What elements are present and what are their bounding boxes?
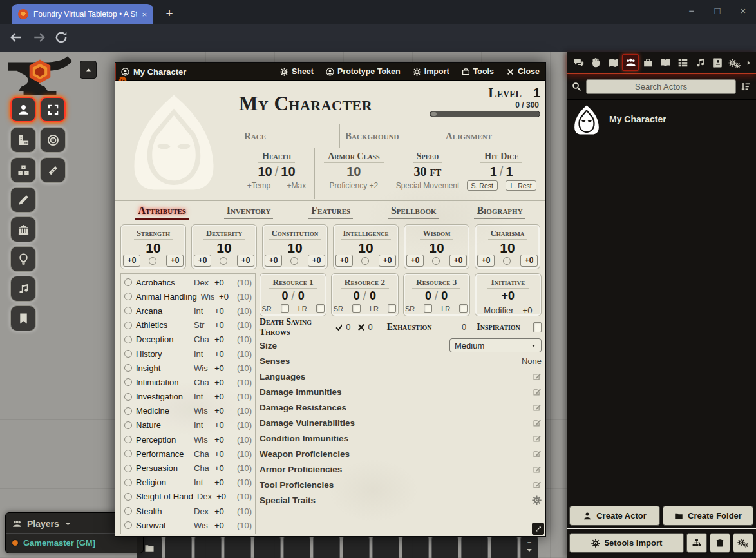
- skill-proficiency-radio[interactable]: [124, 407, 132, 415]
- macro-slot[interactable]: [254, 535, 281, 558]
- edit-icon[interactable]: [533, 403, 542, 412]
- save-proficiency-radio[interactable]: [361, 257, 369, 265]
- tab-scenes[interactable]: [605, 54, 621, 71]
- sr-checkbox[interactable]: [424, 304, 432, 313]
- edit-icon[interactable]: [533, 418, 542, 427]
- lr-checkbox[interactable]: [388, 304, 396, 313]
- tab-journal[interactable]: [657, 54, 674, 71]
- save-proficiency-radio[interactable]: [503, 257, 511, 265]
- skill-proficiency-radio[interactable]: [124, 507, 132, 515]
- hp-tempmax-label[interactable]: +Max: [287, 181, 307, 190]
- reload-icon[interactable]: [54, 30, 70, 46]
- skill-row[interactable]: PerceptionWis+0(10): [124, 432, 252, 447]
- character-name-input[interactable]: My Character: [239, 83, 424, 115]
- skill-row[interactable]: HistoryInt+0(10): [124, 347, 252, 361]
- macro-slot[interactable]: [224, 535, 251, 558]
- initiative-modifier[interactable]: +0: [523, 305, 533, 315]
- long-rest-button[interactable]: L. Rest: [506, 180, 536, 191]
- ability-score[interactable]: 10: [123, 240, 184, 256]
- hotbar-page-button[interactable]: –: [520, 535, 538, 558]
- import-button[interactable]: Import: [413, 67, 449, 76]
- resource-max[interactable]: 0: [441, 289, 448, 302]
- ability-mod[interactable]: +0: [123, 255, 140, 267]
- skill-proficiency-radio[interactable]: [124, 278, 132, 286]
- forward-icon[interactable]: [32, 30, 48, 46]
- tools-button[interactable]: Tools: [462, 67, 494, 76]
- tab-items[interactable]: [639, 54, 656, 71]
- notes-controls-button[interactable]: [10, 305, 36, 331]
- macro-slot[interactable]: [372, 535, 399, 558]
- resource-value[interactable]: 0: [354, 289, 360, 302]
- macro-slot[interactable]: [491, 535, 518, 558]
- tab-close-icon[interactable]: ×: [142, 10, 147, 19]
- macro-slot[interactable]: [402, 535, 429, 558]
- lr-checkbox[interactable]: [316, 304, 325, 313]
- edit-icon[interactable]: [533, 434, 542, 443]
- ability-mod[interactable]: +0: [265, 255, 282, 267]
- alignment-field[interactable]: Alignment: [440, 124, 540, 148]
- window-minimize-button[interactable]: −: [679, 0, 704, 22]
- exhaustion-value[interactable]: 0: [436, 322, 467, 332]
- ability-score[interactable]: 10: [406, 240, 467, 256]
- browser-tab[interactable]: Foundry Virtual Tabletop • A Stan ×: [12, 4, 153, 24]
- skill-proficiency-radio[interactable]: [124, 364, 132, 372]
- ability-mod[interactable]: +0: [477, 255, 495, 267]
- edit-icon[interactable]: [533, 387, 542, 396]
- skill-proficiency-radio[interactable]: [124, 479, 132, 486]
- macro-slot[interactable]: [343, 535, 370, 558]
- skill-row[interactable]: AthleticsStr+0(10): [124, 318, 252, 332]
- skill-row[interactable]: ReligionInt+0(10): [124, 476, 252, 490]
- ac-value[interactable]: 10: [315, 164, 393, 179]
- tab-settings[interactable]: [726, 54, 743, 71]
- death-fail-count[interactable]: 0: [368, 322, 375, 332]
- lighting-controls-button[interactable]: [10, 246, 36, 272]
- ability-mod[interactable]: +0: [335, 255, 353, 267]
- skill-proficiency-radio[interactable]: [124, 393, 132, 401]
- ability-save[interactable]: +0: [449, 255, 467, 267]
- edit-icon[interactable]: [533, 449, 542, 458]
- 5etools-import-button[interactable]: 5etools Import: [569, 533, 684, 553]
- xp-value[interactable]: 0 / 300: [424, 101, 539, 110]
- folder-tree-button[interactable]: [686, 533, 707, 553]
- short-rest-button[interactable]: S. Rest: [467, 180, 498, 191]
- sr-checkbox[interactable]: [281, 304, 289, 313]
- macro-slot[interactable]: [431, 535, 458, 558]
- sound-controls-button[interactable]: [10, 276, 36, 302]
- token-controls-button[interactable]: [10, 97, 36, 122]
- new-tab-button[interactable]: +: [161, 5, 178, 22]
- initiative-value[interactable]: +0: [475, 289, 541, 303]
- save-proficiency-radio[interactable]: [220, 257, 227, 265]
- speed-value[interactable]: 30 ft: [393, 164, 462, 179]
- configure-button[interactable]: [733, 533, 753, 553]
- prototype-token-button[interactable]: Prototype Token: [326, 67, 401, 76]
- skill-proficiency-radio[interactable]: [124, 465, 132, 472]
- hd-max[interactable]: 1: [506, 164, 513, 178]
- window-close-button[interactable]: ×: [730, 0, 756, 22]
- character-portrait[interactable]: [115, 81, 232, 200]
- skill-row[interactable]: PersuasionCha+0(10): [124, 461, 252, 475]
- lr-checkbox[interactable]: [459, 304, 468, 313]
- target-tool-button[interactable]: [40, 127, 66, 153]
- tab-actors[interactable]: [622, 54, 639, 71]
- tile-controls-button[interactable]: [10, 216, 36, 242]
- ability-score[interactable]: 10: [194, 240, 254, 256]
- death-fail-icon[interactable]: [357, 323, 364, 332]
- collapse-controls-button[interactable]: [80, 61, 97, 79]
- select-tool-button[interactable]: [40, 97, 66, 122]
- dice-controls-button[interactable]: [10, 157, 36, 183]
- skill-proficiency-radio[interactable]: [124, 521, 132, 529]
- skill-proficiency-radio[interactable]: [124, 450, 132, 457]
- tab-playlists[interactable]: [692, 54, 708, 71]
- skill-row[interactable]: PerformanceCha+0(10): [124, 447, 252, 461]
- save-proficiency-radio[interactable]: [290, 257, 298, 265]
- tab-inventory[interactable]: Inventory: [224, 205, 274, 219]
- ability-mod[interactable]: +0: [406, 255, 424, 267]
- ability-save[interactable]: +0: [308, 255, 325, 267]
- tab-attributes[interactable]: Attributes: [135, 205, 189, 220]
- edit-icon[interactable]: [533, 465, 542, 474]
- skill-row[interactable]: DeceptionCha+0(10): [124, 332, 252, 347]
- macro-slot[interactable]: [165, 535, 192, 558]
- skill-row[interactable]: NatureInt+0(10): [124, 418, 252, 432]
- hp-max[interactable]: 10: [281, 164, 295, 178]
- macro-slot[interactable]: [283, 535, 310, 558]
